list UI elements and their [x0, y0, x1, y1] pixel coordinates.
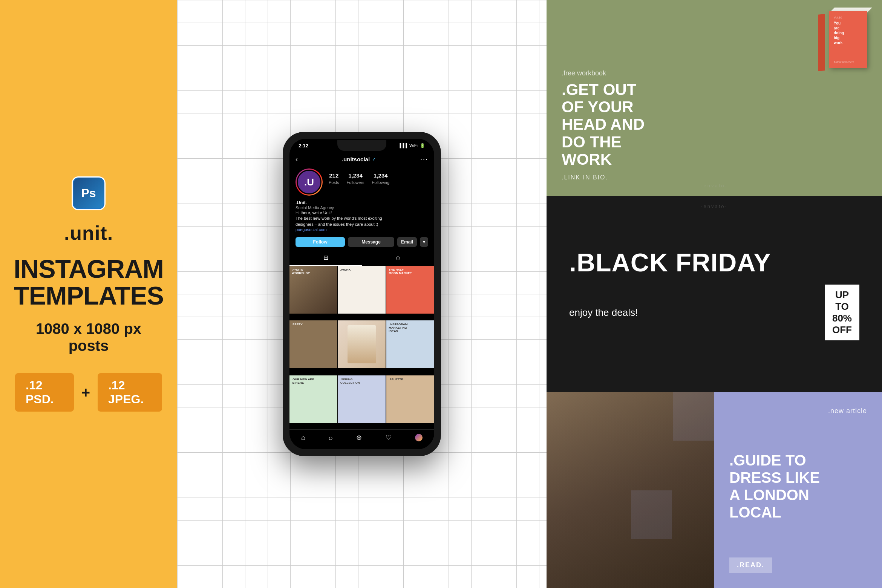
stat-posts: 212 Posts	[329, 172, 339, 185]
article-read-button[interactable]: .READ.	[729, 557, 772, 573]
wifi-icon: WiFi	[409, 143, 418, 148]
search-nav-icon[interactable]: ⌕	[329, 433, 333, 442]
bio-name: .Unit.	[296, 200, 428, 205]
status-icons: ▐▐▐ WiFi 🔋	[398, 143, 425, 148]
add-nav-icon[interactable]: ⊕	[356, 433, 362, 442]
ps-icon-inner: Ps	[74, 178, 104, 208]
back-icon[interactable]: ‹	[296, 155, 298, 163]
profile-nav-icon[interactable]	[415, 433, 423, 442]
book-front: Vol.16 You are doing big work Author nam…	[829, 11, 867, 68]
blackfriday-discount: UP TO 80% OFF	[825, 285, 859, 341]
posts-label: Posts	[329, 180, 339, 185]
book-link: .LINK IN BIO.	[562, 174, 867, 181]
instagram-header: ‹ .unitsocial ✓ ···	[289, 152, 434, 165]
phone-screen: 2:12 ▐▐▐ WiFi 🔋 ‹ .unitsocial ✓ ···	[289, 139, 434, 449]
message-button[interactable]: Message	[348, 237, 394, 247]
dropdown-button[interactable]: ▾	[420, 237, 428, 247]
follow-button[interactable]: Follow	[296, 237, 345, 247]
format-badge-psd: .12 PSD.	[15, 373, 74, 412]
card-blackfriday: .BLACK FRIDAY enjoy the deals! UP TO 80%…	[547, 196, 882, 392]
format-badge-jpeg: .12 JPEG.	[98, 373, 162, 412]
article-photo	[547, 392, 714, 588]
article-heading: .GUIDE TO DRESS LIKE A LONDON LOCAL	[729, 452, 867, 521]
profile-section: .U 212 Posts 1,234 Followers 1,234 Follo…	[289, 165, 434, 199]
grid-item-photo-workshop: .PHOTOWORKSHOP	[289, 266, 337, 314]
following-count: 1,234	[372, 172, 389, 179]
heart-nav-icon[interactable]: ♡	[386, 433, 392, 442]
plus-sign: +	[81, 384, 90, 401]
home-nav-icon[interactable]: ⌂	[301, 433, 305, 442]
product-title: INSTAGRAM TEMPLATES	[14, 256, 164, 309]
blackfriday-title: .BLACK FRIDAY	[569, 248, 859, 277]
instagram-username: .unitsocial	[342, 156, 370, 162]
profile-stats: 212 Posts 1,234 Followers 1,234 Followin…	[329, 168, 428, 185]
followers-count: 1,234	[347, 172, 364, 179]
more-options-icon[interactable]: ···	[420, 155, 428, 163]
grid-item-spring: .SPRINGCOLLECTION	[338, 375, 386, 423]
title-line2: TEMPLATES	[14, 282, 164, 309]
brand-name: .unit.	[64, 222, 113, 244]
grid-item-app: .OUR NEW APPIS HERE	[289, 375, 337, 423]
grid-item-market: THE HALFMOON MARKET	[386, 266, 434, 314]
followers-label: Followers	[347, 180, 364, 185]
envato-watermark-1: ·envato·	[701, 183, 727, 188]
bio-category: Social Media Agency	[296, 205, 428, 210]
bio-line1: Hi there, we're Unit!	[296, 210, 428, 216]
article-tag: .new article	[729, 407, 867, 415]
book-spine	[818, 14, 825, 71]
article-content: .new article .GUIDE TO DRESS LIKE A LOND…	[714, 392, 882, 588]
tab-grid[interactable]: ⊞	[289, 250, 362, 266]
right-panel: .free workbook .GET OUT OF YOUR HEAD AND…	[547, 0, 882, 588]
following-label: Following	[372, 180, 389, 185]
email-button[interactable]: Email	[397, 237, 417, 247]
photo-grid-overlay	[547, 392, 714, 588]
blackfriday-enjoy: enjoy the deals!	[569, 307, 638, 318]
avatar-letter: .U	[297, 170, 322, 194]
phone-time: 2:12	[299, 143, 308, 149]
book-author: Author namehere	[834, 61, 862, 63]
title-line1: INSTAGRAM	[14, 256, 164, 282]
grid-item-palette: .PALETTE	[386, 375, 434, 423]
card-book: .free workbook .GET OUT OF YOUR HEAD AND…	[547, 0, 882, 196]
card-article: .new article .GUIDE TO DRESS LIKE A LOND…	[547, 392, 882, 588]
blackfriday-subtitle-row: enjoy the deals! UP TO 80% OFF	[569, 285, 859, 341]
book-3d: Vol.16 You are doing big work Author nam…	[818, 11, 867, 75]
instagram-tabs: ⊞ ☺	[289, 250, 434, 266]
grid-item-party: .PARTY	[289, 320, 337, 368]
signal-icon: ▐▐▐	[398, 143, 407, 148]
stat-followers: 1,234 Followers	[347, 172, 364, 185]
grid-item-fashion	[338, 320, 386, 368]
left-panel: Ps .unit. INSTAGRAM TEMPLATES 1080 x 108…	[0, 0, 177, 588]
posts-count: 212	[329, 172, 339, 179]
verified-badge: ✓	[372, 156, 376, 162]
phone-mockup: 2:12 ▐▐▐ WiFi 🔋 ‹ .unitsocial ✓ ···	[283, 132, 441, 456]
grid-item-marketing: .INSTAGRAMMARKETINGIDEAS	[386, 320, 434, 368]
ps-label: Ps	[81, 186, 96, 200]
bio-line2: The best new work by the world's most ex…	[296, 216, 428, 221]
profile-bio: .Unit. Social Media Agency Hi there, we'…	[289, 199, 434, 235]
bio-line3: designers – and the issues they care abo…	[296, 222, 428, 227]
format-row: .12 PSD. + .12 JPEG.	[15, 373, 162, 412]
product-subtitle: 1080 x 1080 px posts	[15, 320, 162, 354]
grid-item-work: .WORK	[338, 266, 386, 314]
battery-icon: 🔋	[420, 143, 425, 148]
book-heading: .GET OUT OF YOUR HEAD AND DO THE WORK	[562, 81, 867, 168]
instagram-bottom-nav: ⌂ ⌕ ⊕ ♡	[289, 429, 434, 449]
envato-watermark-2: ·envato·	[701, 204, 727, 209]
stat-following: 1,234 Following	[372, 172, 389, 185]
instagram-grid: .PHOTOWORKSHOP .WORK THE HALFMOON MARKET…	[289, 266, 434, 429]
ps-icon: Ps	[72, 176, 106, 210]
center-panel: 2:12 ▐▐▐ WiFi 🔋 ‹ .unitsocial ✓ ···	[177, 0, 547, 588]
book-card-text: .free workbook .GET OUT OF YOUR HEAD AND…	[562, 69, 867, 181]
tab-tagged[interactable]: ☺	[362, 250, 434, 266]
phone-notch	[337, 140, 386, 151]
bio-link[interactable]: poegosocial.com	[296, 227, 428, 232]
book-front-text: You are doing big work	[834, 21, 862, 45]
profile-avatar: .U	[296, 168, 323, 196]
profile-buttons: Follow Message Email ▾	[289, 235, 434, 250]
